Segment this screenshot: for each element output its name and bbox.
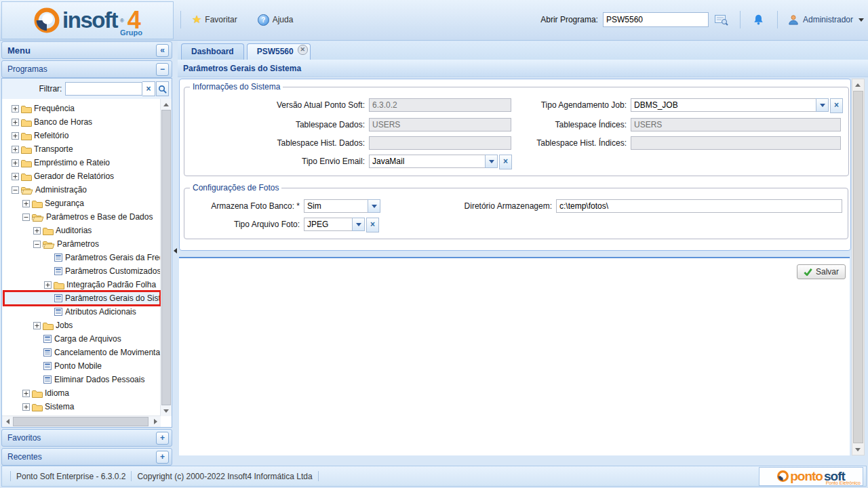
expander-plus-icon[interactable] [22,390,31,397]
bell-icon[interactable] [751,12,767,27]
tree-item-cancelamento-de-movimentacoes[interactable]: Cancelamento de Movimentações [2,346,161,359]
help-icon: ? [258,14,269,26]
tab-dashboard[interactable]: Dashboard [181,43,244,60]
combo-arrow-icon[interactable] [368,199,380,213]
tree-item-banco-de-horas[interactable]: Banco de Horas [2,115,161,129]
tree-horizontal-scrollbar[interactable] [2,415,161,427]
clear-icon[interactable]: × [142,81,155,96]
tree-item-administracao[interactable]: Administração [2,183,161,197]
tipo-arquivo-combo[interactable]: JPEG [304,218,365,231]
clear-field-icon[interactable]: × [830,98,843,113]
ts-indices-label: Tablespace Índices: [511,118,631,131]
armazena-combo[interactable]: Sim [304,199,380,213]
expander-plus-icon[interactable] [12,119,20,126]
combo-arrow-icon[interactable] [352,218,365,231]
tree-vertical-scrollbar[interactable] [160,99,172,416]
envio-email-combo[interactable]: JavaMail [369,155,498,168]
combo-arrow-icon[interactable] [816,98,829,112]
tree-item-label: Carga de Arquivos [54,334,121,344]
expander-plus-icon[interactable] [44,281,52,289]
scroll-down-icon[interactable] [852,444,863,455]
tree-item-ponto-mobile[interactable]: Ponto Mobile [2,359,161,373]
scroll-left-icon[interactable] [2,416,13,427]
parameters-form: Informações do Sistema Versão Atual Pont… [179,79,851,251]
scroll-down-icon[interactable] [161,405,172,416]
ts-dados-input [369,118,511,131]
folder-icon [43,226,54,235]
tree-item-integracao-padrao-folha[interactable]: Integração Padrão Folha [2,278,161,291]
tree-item-idioma[interactable]: Idioma [2,386,161,400]
collapse-section-icon[interactable]: − [156,63,169,76]
expander-minus-icon[interactable] [12,186,20,194]
search-icon[interactable] [156,81,169,96]
status-copyright: Copyright (c) 2000-2022 Insoft4 Informát… [137,472,312,481]
tree-item-sistema[interactable]: Sistema [2,400,161,413]
tree-item-parametros[interactable]: Parâmetros [2,237,161,251]
tree-item-parametros-gerais-da-frequencia[interactable]: Parâmetros Gerais da Frequência [2,251,161,264]
scroll-up-icon[interactable] [852,79,863,90]
tree-item-parametros-gerais-do-sistema[interactable]: Parâmetros Gerais do Sistema [2,291,161,305]
expander-plus-icon[interactable] [33,322,41,329]
scrollbar-thumb[interactable] [853,91,863,443]
content-area: Informações do Sistema Versão Atual Pont… [178,77,868,466]
sidebar-collapse-handle[interactable] [172,245,178,257]
expand-section-icon[interactable]: + [156,451,169,464]
open-program-icon[interactable] [713,12,730,27]
scrollbar-thumb[interactable] [13,417,149,426]
clear-field-icon[interactable]: × [366,218,379,232]
tab-close-icon[interactable]: ✕ [298,45,308,55]
expander-plus-icon[interactable] [12,132,20,140]
agendamento-combo[interactable]: DBMS_JOB [631,98,829,112]
combo-arrow-icon[interactable] [485,155,498,168]
tree-item-refeitorio[interactable]: Refeitório [2,129,161,142]
tree-item-parametros-e-base-de-dados[interactable]: Parâmetros e Base de Dados [2,210,161,224]
tipo-arquivo-label: Tipo Arquivo Foto: [190,218,304,231]
tree-item-parametros-customizados[interactable]: Parâmetros Customizados [2,264,161,278]
clear-field-icon[interactable]: × [499,155,512,169]
tree-item-label: Transporte [34,144,73,154]
expander-plus-icon[interactable] [12,105,20,113]
tree-item-transporte[interactable]: Transporte [2,142,161,156]
scroll-up-icon[interactable] [161,99,172,110]
expander-plus-icon[interactable] [12,146,20,153]
favorites-panel-header[interactable]: Favoritos + [1,429,172,447]
expand-section-icon[interactable]: + [156,432,169,445]
tree-item-auditorias[interactable]: Auditorias [2,224,161,237]
tree-item-gerador-de-relatorios[interactable]: Gerador de Relatórios [2,169,161,183]
folder-icon [21,145,32,154]
open-program-input[interactable] [603,12,709,27]
diretorio-input[interactable] [556,199,842,213]
user-menu[interactable]: Administrador [788,14,864,25]
expander-plus-icon[interactable] [22,200,31,207]
scroll-right-icon[interactable] [150,416,161,427]
favorite-button[interactable]: ★ Favoritar [186,12,243,27]
form-icon [54,266,63,276]
tree-item-label: Parâmetros Gerais da Frequência [65,253,161,262]
tree-item-frequencia[interactable]: Frequência [2,102,161,115]
tree-item-eliminar-dados-pessoais[interactable]: Eliminar Dados Pessoais [2,373,161,386]
tree-item-emprestimo-e-rateio[interactable]: Empréstimo e Rateio [2,156,161,169]
programs-panel-header[interactable]: Programas − [1,60,172,78]
tree-item-jobs[interactable]: Jobs [2,319,161,332]
filter-input[interactable] [65,82,142,96]
expander-plus-icon[interactable] [12,173,20,180]
tree-item-label: Empréstimo e Rateio [34,158,110,167]
expander-plus-icon[interactable] [12,159,20,167]
application-window: insoft®4 Grupo ★ Favoritar ? Ajuda Abrir… [0,0,868,488]
recents-panel-header[interactable]: Recentes + [1,448,172,466]
expander-minus-icon[interactable] [22,214,31,221]
save-button[interactable]: Salvar [797,264,846,279]
tree-item-carga-de-arquivos[interactable]: Carga de Arquivos [2,332,161,346]
tree-item-seguranca[interactable]: Segurança [2,197,161,210]
expander-minus-icon[interactable] [33,241,41,248]
expander-plus-icon[interactable] [22,403,31,411]
expander-plus-icon[interactable] [33,227,41,235]
insoft4-logo: insoft®4 Grupo [1,1,174,39]
content-vertical-scrollbar[interactable] [852,79,865,455]
help-button[interactable]: ? Ajuda [252,12,299,28]
tab-psw5560[interactable]: PSW5560 ✕ [247,43,311,60]
collapse-left-icon[interactable]: « [156,44,169,57]
tree-item-label: Gerador de Relatórios [34,171,114,181]
tree-item-atributos-adicionais[interactable]: Atributos Adicionais [2,305,161,319]
scrollbar-thumb[interactable] [161,110,171,405]
